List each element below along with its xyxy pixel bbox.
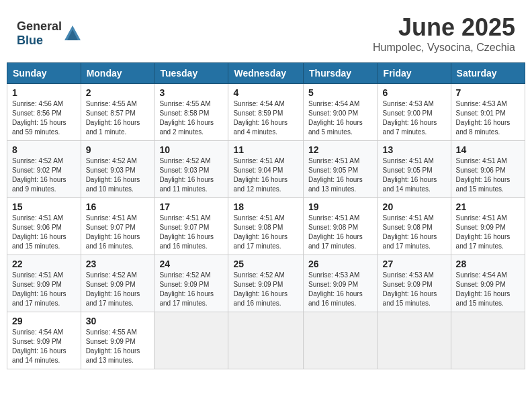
day-info: Sunrise: 4:54 AMSunset: 9:09 PMDaylight:… — [12, 328, 76, 365]
day-number: 23 — [86, 259, 150, 269]
day-number: 6 — [383, 87, 446, 98]
day-number: 5 — [308, 87, 373, 98]
col-header-friday: Friday — [378, 63, 451, 84]
day-number: 4 — [233, 87, 298, 98]
calendar-cell: 4Sunrise: 4:54 AMSunset: 8:59 PMDaylight… — [228, 84, 304, 141]
day-info: Sunrise: 4:51 AMSunset: 9:06 PMDaylight:… — [456, 156, 520, 194]
day-info: Sunrise: 4:51 AMSunset: 9:08 PMDaylight:… — [308, 214, 373, 251]
calendar-cell: 19Sunrise: 4:51 AMSunset: 9:08 PMDayligh… — [304, 198, 378, 255]
day-info: Sunrise: 4:52 AMSunset: 9:09 PMDaylight:… — [159, 271, 223, 308]
col-header-monday: Monday — [81, 63, 154, 84]
calendar-cell: 14Sunrise: 4:51 AMSunset: 9:06 PMDayligh… — [451, 141, 525, 198]
calendar-cell: 11Sunrise: 4:51 AMSunset: 9:04 PMDayligh… — [228, 141, 304, 198]
day-info: Sunrise: 4:54 AMSunset: 9:00 PMDaylight:… — [308, 99, 373, 137]
day-number: 18 — [233, 201, 298, 212]
calendar-cell: 29Sunrise: 4:54 AMSunset: 9:09 PMDayligh… — [7, 312, 81, 369]
calendar-header: General Blue June 2025 Humpolec, Vysocin… — [7, 7, 525, 57]
calendar-cell: 2Sunrise: 4:55 AMSunset: 8:57 PMDaylight… — [81, 84, 154, 141]
day-number: 12 — [308, 144, 373, 155]
calendar-cell: 17Sunrise: 4:51 AMSunset: 9:07 PMDayligh… — [154, 198, 228, 255]
calendar-cell: 15Sunrise: 4:51 AMSunset: 9:06 PMDayligh… — [7, 198, 81, 255]
day-info: Sunrise: 4:53 AMSunset: 9:09 PMDaylight:… — [383, 271, 446, 308]
day-number: 3 — [159, 87, 223, 98]
col-header-sunday: Sunday — [7, 63, 81, 84]
day-info: Sunrise: 4:52 AMSunset: 9:02 PMDaylight:… — [12, 156, 76, 194]
calendar-cell — [154, 312, 228, 369]
day-info: Sunrise: 4:53 AMSunset: 9:09 PMDaylight:… — [308, 271, 373, 308]
day-info: Sunrise: 4:55 AMSunset: 8:57 PMDaylight:… — [86, 99, 150, 137]
day-number: 11 — [233, 144, 298, 155]
day-number: 27 — [383, 259, 446, 269]
day-info: Sunrise: 4:56 AMSunset: 8:56 PMDaylight:… — [12, 99, 76, 137]
calendar-cell: 6Sunrise: 4:53 AMSunset: 9:00 PMDaylight… — [378, 84, 451, 141]
day-number: 19 — [308, 201, 373, 212]
day-info: Sunrise: 4:52 AMSunset: 9:03 PMDaylight:… — [86, 156, 150, 194]
calendar-table: SundayMondayTuesdayWednesdayThursdayFrid… — [7, 62, 525, 369]
calendar-cell: 12Sunrise: 4:51 AMSunset: 9:05 PMDayligh… — [304, 141, 378, 198]
calendar-cell: 1Sunrise: 4:56 AMSunset: 8:56 PMDaylight… — [7, 84, 81, 141]
day-number: 7 — [456, 87, 520, 98]
calendar-cell: 16Sunrise: 4:51 AMSunset: 9:07 PMDayligh… — [81, 198, 154, 255]
day-info: Sunrise: 4:55 AMSunset: 9:09 PMDaylight:… — [86, 328, 150, 365]
calendar-cell: 22Sunrise: 4:51 AMSunset: 9:09 PMDayligh… — [7, 255, 81, 312]
calendar-cell — [228, 312, 304, 369]
calendar-cell — [451, 312, 525, 369]
day-number: 24 — [159, 259, 223, 269]
header-row: SundayMondayTuesdayWednesdayThursdayFrid… — [7, 63, 525, 84]
calendar-cell: 30Sunrise: 4:55 AMSunset: 9:09 PMDayligh… — [81, 312, 154, 369]
logo: General Blue — [17, 19, 82, 48]
week-row-4: 22Sunrise: 4:51 AMSunset: 9:09 PMDayligh… — [7, 255, 525, 312]
week-row-2: 8Sunrise: 4:52 AMSunset: 9:02 PMDaylight… — [7, 141, 525, 198]
day-number: 15 — [12, 201, 76, 212]
day-number: 14 — [456, 144, 520, 155]
day-info: Sunrise: 4:51 AMSunset: 9:04 PMDaylight:… — [233, 156, 298, 194]
day-number: 20 — [383, 201, 446, 212]
calendar-cell: 8Sunrise: 4:52 AMSunset: 9:02 PMDaylight… — [7, 141, 81, 198]
day-info: Sunrise: 4:51 AMSunset: 9:07 PMDaylight:… — [86, 214, 150, 251]
day-number: 1 — [12, 87, 76, 98]
calendar-cell: 10Sunrise: 4:52 AMSunset: 9:03 PMDayligh… — [154, 141, 228, 198]
day-info: Sunrise: 4:52 AMSunset: 9:09 PMDaylight:… — [233, 271, 298, 308]
day-info: Sunrise: 4:55 AMSunset: 8:58 PMDaylight:… — [159, 99, 223, 137]
day-info: Sunrise: 4:51 AMSunset: 9:05 PMDaylight:… — [383, 156, 446, 194]
calendar-cell: 7Sunrise: 4:53 AMSunset: 9:01 PMDaylight… — [451, 84, 525, 141]
day-info: Sunrise: 4:53 AMSunset: 9:01 PMDaylight:… — [456, 99, 520, 137]
day-number: 9 — [86, 144, 150, 155]
col-header-tuesday: Tuesday — [154, 63, 228, 84]
day-number: 28 — [456, 259, 520, 269]
week-row-3: 15Sunrise: 4:51 AMSunset: 9:06 PMDayligh… — [7, 198, 525, 255]
calendar-cell: 26Sunrise: 4:53 AMSunset: 9:09 PMDayligh… — [304, 255, 378, 312]
calendar-cell: 18Sunrise: 4:51 AMSunset: 9:08 PMDayligh… — [228, 198, 304, 255]
day-info: Sunrise: 4:52 AMSunset: 9:09 PMDaylight:… — [86, 271, 150, 308]
day-info: Sunrise: 4:53 AMSunset: 9:00 PMDaylight:… — [383, 99, 446, 137]
week-row-5: 29Sunrise: 4:54 AMSunset: 9:09 PMDayligh… — [7, 312, 525, 369]
calendar-subtitle: Humpolec, Vysocina, Czechia — [373, 42, 515, 54]
day-number: 13 — [383, 144, 446, 155]
calendar-cell: 5Sunrise: 4:54 AMSunset: 9:00 PMDaylight… — [304, 84, 378, 141]
title-block: June 2025 Humpolec, Vysocina, Czechia — [373, 13, 515, 54]
day-number: 21 — [456, 201, 520, 212]
week-row-1: 1Sunrise: 4:56 AMSunset: 8:56 PMDaylight… — [7, 84, 525, 141]
day-number: 22 — [12, 259, 76, 269]
day-info: Sunrise: 4:54 AMSunset: 8:59 PMDaylight:… — [233, 99, 298, 137]
calendar-cell: 3Sunrise: 4:55 AMSunset: 8:58 PMDaylight… — [154, 84, 228, 141]
day-info: Sunrise: 4:51 AMSunset: 9:09 PMDaylight:… — [456, 214, 520, 251]
day-info: Sunrise: 4:51 AMSunset: 9:07 PMDaylight:… — [159, 214, 223, 251]
calendar-title: June 2025 — [373, 13, 515, 42]
day-number: 8 — [12, 144, 76, 155]
calendar-cell: 28Sunrise: 4:54 AMSunset: 9:09 PMDayligh… — [451, 255, 525, 312]
day-info: Sunrise: 4:54 AMSunset: 9:09 PMDaylight:… — [456, 271, 520, 308]
col-header-thursday: Thursday — [304, 63, 378, 84]
day-number: 16 — [86, 201, 150, 212]
calendar-cell — [304, 312, 378, 369]
calendar-cell: 25Sunrise: 4:52 AMSunset: 9:09 PMDayligh… — [228, 255, 304, 312]
day-info: Sunrise: 4:51 AMSunset: 9:08 PMDaylight:… — [383, 214, 446, 251]
calendar-cell: 20Sunrise: 4:51 AMSunset: 9:08 PMDayligh… — [378, 198, 451, 255]
day-number: 2 — [86, 87, 150, 98]
day-number: 29 — [12, 316, 76, 326]
logo-icon — [63, 24, 82, 43]
day-number: 30 — [86, 316, 150, 326]
logo-general: General — [17, 19, 62, 33]
calendar-cell — [378, 312, 451, 369]
calendar-cell: 21Sunrise: 4:51 AMSunset: 9:09 PMDayligh… — [451, 198, 525, 255]
